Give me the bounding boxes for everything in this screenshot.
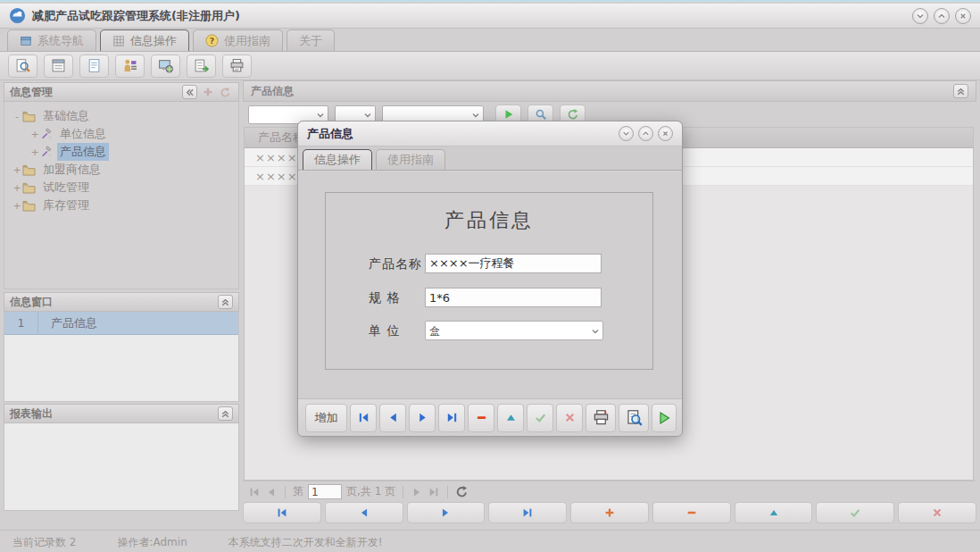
tab-label: 信息操作 (130, 33, 177, 49)
dialog-collapse-button[interactable] (619, 126, 634, 141)
window-controls (912, 8, 971, 24)
add-button-label: 增加 (315, 410, 338, 426)
status-message: 本系统支持二次开发和全新开发! (228, 535, 383, 550)
window-expand-button[interactable] (934, 8, 950, 24)
dialog-prev-button[interactable] (379, 404, 406, 432)
panel-tools (182, 85, 233, 99)
bottom-next-button[interactable] (407, 502, 486, 523)
panel-title: 信息管理 (10, 85, 53, 100)
pager-prev-button[interactable] (265, 486, 278, 498)
unit-combo[interactable]: 盒 (425, 321, 603, 340)
tree-item-product-info[interactable]: + 产品信息 (4, 143, 238, 161)
grid-icon (112, 35, 125, 47)
tree-expander[interactable]: - (12, 111, 22, 122)
bottom-add-button[interactable] (570, 502, 649, 523)
product-name-input[interactable] (425, 254, 602, 273)
separator (403, 486, 403, 498)
search-icon (535, 108, 547, 121)
form-heading: 产品信息 (326, 207, 652, 234)
folder-icon (22, 164, 36, 176)
bottom-cancel-button[interactable] (898, 502, 976, 523)
main-panel-collapse-button[interactable] (953, 84, 968, 98)
dialog-titlebar[interactable]: 产品信息 (298, 121, 682, 146)
dialog-delete-button[interactable] (468, 404, 494, 432)
printer-icon (593, 409, 610, 426)
tree-label: 基础信息 (40, 107, 92, 125)
main-toolbar (0, 52, 980, 80)
bottom-last-button[interactable] (488, 502, 567, 523)
bottom-save-button[interactable] (816, 502, 894, 523)
tree-expander[interactable]: + (29, 129, 40, 140)
dialog-tab-info-operation[interactable]: 信息操作 (303, 149, 372, 170)
pager-last-button[interactable] (428, 486, 440, 498)
sidebar-collapse-left-button[interactable] (182, 85, 197, 99)
dialog-close-button[interactable] (658, 126, 673, 141)
app-logo-icon (9, 7, 26, 24)
dialog-run-button[interactable] (652, 404, 677, 432)
dialog-cancel-button[interactable] (556, 404, 583, 432)
bottom-edit-button[interactable] (735, 502, 813, 523)
dialog-expand-button[interactable] (638, 126, 653, 141)
pager-refresh-button[interactable] (455, 485, 469, 498)
dialog-next-button[interactable] (409, 404, 436, 432)
spec-input[interactable] (425, 288, 602, 307)
tab-about[interactable]: 关于 (287, 29, 335, 51)
tab-system-nav[interactable]: 系统导航 (7, 29, 96, 51)
pager-page-input[interactable] (308, 484, 342, 499)
tree-item-tasting-management[interactable]: + 试吃管理 (4, 179, 238, 197)
tree-item-franchisee-info[interactable]: + 加盟商信息 (4, 161, 238, 179)
tab-label: 系统导航 (37, 33, 84, 49)
bottom-prev-button[interactable] (325, 502, 403, 523)
tree-expander[interactable]: + (29, 146, 40, 158)
pager-page-prefix: 第 (293, 484, 303, 499)
info-window-collapse-button[interactable] (218, 295, 233, 309)
tree-expander[interactable]: + (12, 164, 22, 176)
toolbar-monitor-button[interactable] (151, 54, 180, 78)
window-collapse-button[interactable] (912, 8, 928, 24)
tree-label: 库存管理 (40, 197, 92, 214)
document-icon (87, 58, 102, 73)
cell-product-name: ×××× (255, 151, 298, 164)
bottom-delete-button[interactable] (652, 502, 731, 523)
unit-select[interactable]: 盒 (426, 322, 602, 340)
dialog-print-button[interactable] (586, 404, 616, 432)
tab-user-guide[interactable]: ? 使用指南 (193, 29, 283, 51)
pager-first-button[interactable] (248, 486, 261, 498)
info-window-list: 1 产品信息 (4, 312, 239, 402)
tree-item-inventory-management[interactable]: + 库存管理 (4, 197, 238, 214)
dialog-save-button[interactable] (527, 404, 553, 432)
pager-next-button[interactable] (411, 486, 423, 498)
sidebar-add-button[interactable] (200, 85, 215, 99)
window-close-button[interactable] (955, 8, 971, 24)
tree-label: 加盟商信息 (40, 161, 104, 179)
tool-icon (40, 128, 53, 140)
form-icon (51, 58, 66, 73)
info-window-row[interactable]: 1 产品信息 (4, 312, 238, 335)
toolbar-print-button[interactable] (222, 54, 252, 78)
dialog-last-button[interactable] (438, 404, 465, 432)
sidebar-refresh-button[interactable] (218, 85, 233, 99)
toolbar-search-button[interactable] (8, 54, 37, 78)
toolbar-document-button[interactable] (79, 54, 109, 78)
bottom-first-button[interactable] (243, 502, 321, 523)
help-icon: ? (205, 34, 219, 47)
record-nav-bar (243, 502, 976, 525)
dialog-print-preview-button[interactable] (619, 404, 649, 432)
report-output-collapse-button[interactable] (218, 406, 233, 421)
tree-item-unit-info[interactable]: + 单位信息 (4, 125, 238, 143)
tree-item-basic-info[interactable]: - 基础信息 (4, 107, 238, 125)
dialog-first-button[interactable] (350, 404, 377, 432)
toolbar-export-button[interactable] (187, 54, 216, 78)
tree-label: 试吃管理 (40, 179, 92, 197)
tree-expander[interactable]: + (12, 200, 22, 212)
dialog-tab-user-guide[interactable]: 使用指南 (376, 149, 445, 170)
toolbar-form-button[interactable] (44, 54, 73, 78)
play-icon (502, 108, 515, 121)
tree-label: 单位信息 (57, 125, 109, 143)
tree-expander[interactable]: + (12, 182, 22, 194)
dialog-edit-button[interactable] (497, 404, 524, 432)
toolbar-user-report-button[interactable] (115, 54, 145, 78)
tab-info-operation[interactable]: 信息操作 (100, 29, 189, 51)
dialog-add-button[interactable]: 增加 (305, 404, 347, 432)
pager-bar: 第 页,共 1 页 (243, 481, 976, 502)
